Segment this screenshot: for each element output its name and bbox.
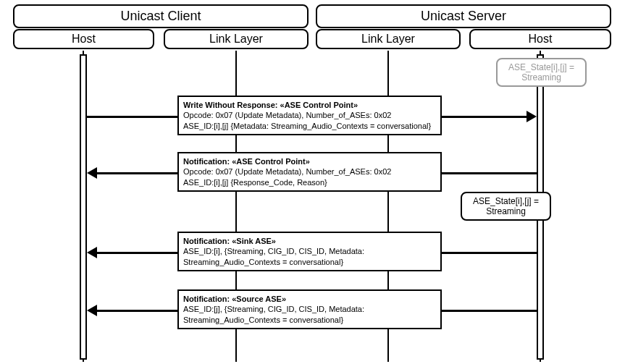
arrow-head-m1 [527, 111, 537, 122]
initial-state-box: ASE_State[i],[j] = Streaming [496, 58, 587, 87]
message-box-1: Write Without Response: «ASE Control Poi… [177, 96, 442, 135]
message-4-line1: ASE_ID:[j], {Streaming, CIG_ID, CIS_ID, … [183, 305, 364, 323]
client-host-activation [80, 54, 87, 360]
message-3-line1: ASE_ID:[i], {Streaming, CIG_ID, CIS_ID, … [183, 247, 364, 266]
message-1-line2: ASE_ID:[i],[j] {Metadata: Streaming_Audi… [183, 122, 431, 130]
message-1-line1: Opcode: 0x07 (Update Metadata), Number_o… [183, 111, 391, 119]
server-header: Unicast Server [316, 4, 611, 28]
client-header: Unicast Client [13, 4, 309, 28]
final-state-box: ASE_State[i],[j] = Streaming [461, 192, 551, 221]
message-4-title: Notification: «Source ASE» [183, 295, 286, 303]
message-3-title: Notification: «Sink ASE» [183, 237, 276, 245]
message-1-title: Write Without Response: «ASE Control Poi… [183, 101, 358, 109]
server-host-header: Host [469, 29, 611, 49]
message-2-title: Notification: «ASE Control Point» [183, 157, 310, 166]
client-link-header: Link Layer [164, 29, 309, 49]
arrow-head-m3 [87, 247, 97, 258]
message-box-4: Notification: «Source ASE» ASE_ID:[j], {… [177, 289, 442, 329]
client-host-header: Host [13, 29, 154, 49]
server-link-header: Link Layer [316, 29, 461, 49]
message-box-2: Notification: «ASE Control Point» Opcode… [177, 152, 442, 192]
message-2-line1: Opcode: 0x07 (Update Metadata), Number_o… [183, 167, 391, 176]
arrow-head-m2 [87, 167, 97, 179]
message-box-3: Notification: «Sink ASE» ASE_ID:[i], {St… [177, 232, 442, 271]
arrow-head-m4 [87, 305, 97, 316]
message-2-line2: ASE_ID:[i],[j] {Response_Code, Reason} [183, 178, 327, 187]
